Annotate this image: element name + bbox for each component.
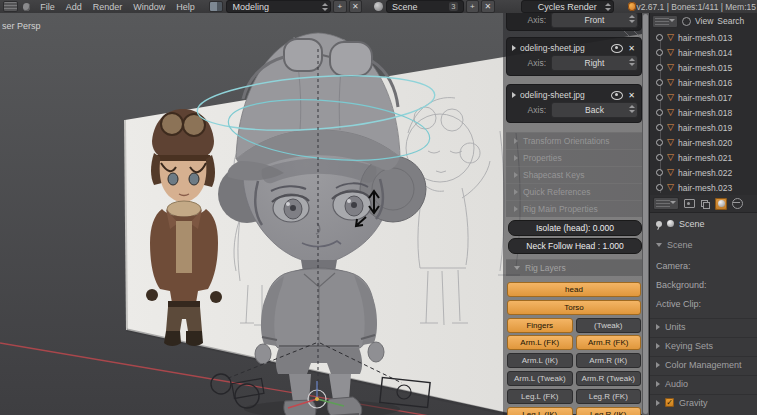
rig-layer-button-arm-l-tweak[interactable]: Arm.L (Tweak) (507, 371, 573, 386)
panel-audio[interactable]: Audio (650, 375, 757, 391)
scrollbar-thumb[interactable] (643, 14, 648, 414)
outliner-item-hair-mesh-019[interactable]: ▽hair-mesh.019 (650, 120, 757, 135)
panel-quick-references[interactable]: Quick References (506, 183, 642, 200)
mesh-data-icon: ▽ (667, 33, 674, 42)
blender-menu-icon[interactable] (23, 3, 31, 11)
rig-layer-button-torso[interactable]: Torso (507, 300, 641, 315)
outliner-item-hair-mesh-017[interactable]: ▽hair-mesh.017 (650, 90, 757, 105)
visibility-eye-icon[interactable] (611, 91, 623, 100)
outliner-item-hair-mesh-020[interactable]: ▽hair-mesh.020 (650, 135, 757, 150)
remove-image-icon[interactable]: ✕ (627, 91, 636, 100)
render-engine-selector[interactable]: Cycles Render (521, 0, 614, 13)
outliner-view-menu[interactable]: View (695, 16, 713, 26)
editor-type-icon[interactable] (3, 1, 18, 12)
rig-layer-button-leg-l-fk[interactable]: Leg.L (FK) (507, 389, 573, 404)
slider-isolate-head[interactable]: Isolate (head): 0.000 (508, 220, 642, 236)
rig-layer-button-tweak[interactable]: (Tweak) (576, 318, 642, 333)
tab-world[interactable] (731, 198, 743, 210)
outliner-item-hair-mesh-021[interactable]: ▽hair-mesh.021 (650, 150, 757, 165)
info-header: FileAddRenderWindowHelp Modeling + ✕ Sce… (0, 0, 757, 14)
rig-layer-button-leg-r-ik[interactable]: Leg.R (IK) (576, 407, 642, 415)
rig-layer-button-arm-r-fk[interactable]: Arm.R (FK) (576, 335, 642, 350)
rig-layer-button-leg-l-ik[interactable]: Leg.L (IK) (507, 407, 573, 415)
panel-keying-sets[interactable]: Keying Sets (650, 337, 757, 353)
outliner-display-mode[interactable] (652, 15, 678, 28)
axis-select-back[interactable]: Back (551, 102, 638, 118)
outliner-item-label: hair-mesh.017 (678, 93, 732, 103)
panel-scene: Scene Camera:Background:Active Clip: (650, 234, 757, 309)
rig-layer-button-fingers[interactable]: Fingers (507, 318, 573, 333)
panel-rig-main-properties[interactable]: Rig Main Properties (506, 200, 642, 217)
scene-users-count[interactable]: 3 (449, 2, 457, 11)
panel-rig-layers[interactable]: Rig Layers (506, 259, 642, 276)
close-scene-button[interactable]: ✕ (481, 0, 495, 13)
outliner-item-hair-mesh-016[interactable]: ▽hair-mesh.016 (650, 75, 757, 90)
screen-layout-selector[interactable]: Modeling (226, 0, 331, 13)
panel-shapecast-keys[interactable]: Shapecast Keys (506, 166, 642, 183)
menu-add[interactable]: Add (66, 2, 82, 12)
scene-panel-header[interactable]: Scene (656, 238, 752, 252)
pin-icon[interactable] (656, 221, 662, 227)
tab-render[interactable] (683, 198, 695, 210)
menu-file[interactable]: File (40, 2, 55, 12)
world-globe-icon (732, 198, 743, 209)
mesh-data-icon: ▽ (667, 63, 674, 72)
panel-transform-orientations[interactable]: Transform Orientations (506, 132, 642, 149)
layers-icon (701, 200, 709, 208)
rig-layer-button-arm-r-ik[interactable]: Arm.R (IK) (576, 353, 642, 368)
add-layout-button[interactable]: + (333, 0, 347, 13)
rig-layer-button-arm-r-tweak[interactable]: Arm.R (Tweak) (576, 371, 642, 386)
object-icon (656, 169, 663, 176)
viewport-3d[interactable]: ser Persp Axis: Front odeling-sheet.jpg … (0, 13, 649, 415)
properties-editor-type[interactable] (653, 197, 679, 210)
rig-layer-button-arm-l-fk[interactable]: Arm.L (FK) (507, 335, 573, 350)
bg-image-panel-front: Axis: Front (506, 13, 642, 31)
slider-neck-follow-head[interactable]: Neck Follow Head : 1.000 (508, 238, 642, 254)
panel-units[interactable]: Units (650, 318, 757, 334)
scene-selector[interactable]: Scene 3 (386, 0, 464, 13)
outliner-search-menu[interactable]: Search (717, 16, 744, 26)
menu-window[interactable]: Window (133, 2, 165, 12)
outliner-item-label: hair-mesh.019 (678, 123, 732, 133)
rig-layer-row: Leg.L (IK)Leg.R (IK) (507, 407, 641, 415)
remove-image-icon[interactable]: ✕ (627, 44, 636, 53)
rig-layer-row: Arm.L (FK)Arm.R (FK) (507, 335, 641, 350)
panel-color-management[interactable]: Color Management (650, 356, 757, 372)
expand-arrow-icon (514, 155, 518, 161)
panel-title: Gravity (679, 398, 708, 408)
visibility-eye-icon[interactable] (611, 44, 623, 53)
add-scene-button[interactable]: + (466, 0, 480, 13)
field-label-active-clip: Active Clip: (656, 299, 752, 309)
screen-layout-value: Modeling (232, 2, 269, 12)
axis-select-front[interactable]: Front (551, 13, 638, 28)
outliner-item-hair-mesh-018[interactable]: ▽hair-mesh.018 (650, 105, 757, 120)
dropdown-arrows-icon (629, 15, 634, 23)
mesh-data-icon: ▽ (667, 48, 674, 57)
panel-title: Color Management (665, 360, 742, 370)
dropdown-arrows-icon (629, 105, 634, 113)
outliner-item-hair-mesh-023[interactable]: ▽hair-mesh.023 (650, 180, 757, 195)
filter-icon[interactable] (682, 17, 691, 26)
menu-render[interactable]: Render (93, 2, 123, 12)
menu-help[interactable]: Help (176, 2, 195, 12)
close-layout-button[interactable]: ✕ (349, 0, 363, 13)
tab-scene[interactable] (715, 198, 727, 210)
expand-arrow-icon[interactable] (512, 92, 516, 98)
panel-properties[interactable]: Properties (506, 149, 642, 166)
tab-render-layers[interactable] (699, 198, 711, 210)
expand-arrow-icon[interactable] (512, 45, 516, 51)
outliner-item-hair-mesh-015[interactable]: ▽hair-mesh.015 (650, 60, 757, 75)
outliner-item-hair-mesh-013[interactable]: ▽hair-mesh.013 (650, 30, 757, 45)
panel-title: Transform Orientations (523, 136, 610, 146)
rig-layer-button-head[interactable]: head (507, 282, 641, 297)
axis-select-right[interactable]: Right (551, 55, 638, 71)
panel-gravity[interactable]: ✓Gravity (650, 394, 757, 410)
object-icon (656, 124, 663, 131)
rig-layer-button-leg-r-fk[interactable]: Leg.R (FK) (576, 389, 642, 404)
rig-layer-button-arm-l-ik[interactable]: Arm.L (IK) (507, 353, 573, 368)
n-panel-scrollbar[interactable] (642, 13, 649, 415)
stats-text: v2.67.1 | Bones:1/411 | Mem:15 (636, 2, 757, 12)
outliner-item-hair-mesh-022[interactable]: ▽hair-mesh.022 (650, 165, 757, 180)
outliner-item-hair-mesh-014[interactable]: ▽hair-mesh.014 (650, 45, 757, 60)
gravity-checkbox[interactable]: ✓ (665, 398, 674, 407)
